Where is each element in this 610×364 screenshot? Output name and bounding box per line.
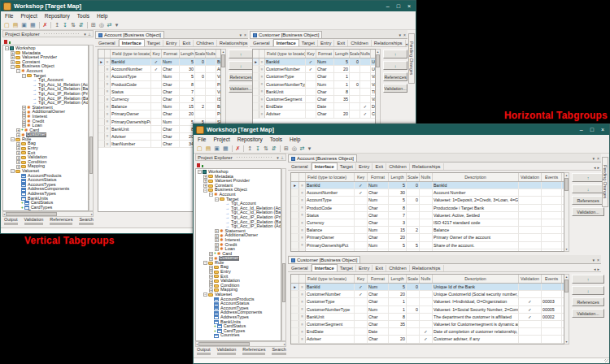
column-header-row-handle[interactable] xyxy=(299,275,306,283)
subtab-exit[interactable]: Exit xyxy=(373,265,386,271)
tree-toggle-icon[interactable]: + xyxy=(16,128,20,132)
column-header-scale-cell[interactable]: Scale xyxy=(350,50,360,58)
column-header-gutter-cell[interactable] xyxy=(291,173,299,181)
table-row[interactable]: ≡CustomerTypeChar1Valueset: I=Individual… xyxy=(253,73,375,80)
open-icon[interactable]: ▤ xyxy=(13,21,19,28)
table-row[interactable]: ≡BalanceNum152Balance xyxy=(98,103,220,110)
tree-horizontal-scrollbar[interactable]: ◂ ▸ xyxy=(2,211,94,217)
tree-toggle-icon[interactable]: + xyxy=(22,106,26,110)
column-header-length-cell[interactable]: Length xyxy=(334,50,350,58)
compare-icon[interactable]: ⇵ xyxy=(272,145,277,152)
validation-button[interactable]: Validation... xyxy=(572,207,604,216)
column-header-scale-cell[interactable]: Scale xyxy=(407,275,420,283)
tree-toggle-icon[interactable]: − xyxy=(215,197,219,202)
table-row[interactable]: ≡PrimaryOwnerChar20Primary Owner of the … xyxy=(98,110,220,118)
check-in-icon[interactable]: ↥ xyxy=(54,21,59,28)
menu-help[interactable]: Help xyxy=(290,136,300,142)
table-row[interactable]: ≡ProductCodeChar8Productcode i Target Ba… xyxy=(291,205,564,212)
column-header-scale-cell[interactable]: Scale xyxy=(195,50,206,58)
menu-tools[interactable]: Tools xyxy=(77,13,89,19)
pending-changes-tab[interactable]: Pending Changes xyxy=(408,33,415,84)
table-row[interactable]: ≡BankUnitChar8The department the custome… xyxy=(253,89,375,96)
pager-left-icon[interactable]: ◂ xyxy=(594,266,596,271)
column-header-gutter-cell[interactable] xyxy=(253,50,259,58)
column-header-format-cell[interactable]: Format xyxy=(368,173,389,181)
titlebar[interactable]: Workshop [Target Map] – □ × xyxy=(1,1,416,11)
table-row[interactable]: ≡AccountTypeNum50Valueset: 1=Deposit, 2=… xyxy=(291,197,564,204)
column-header-nulls-cell[interactable]: Nulls xyxy=(420,275,433,283)
references-button[interactable]: References xyxy=(383,72,407,81)
table-row[interactable]: ▸≡BankId✓Num50Unique Id of the Bank xyxy=(253,58,375,66)
compare-icon[interactable]: ⇵ xyxy=(79,21,84,28)
subtab-interface[interactable]: Interface xyxy=(273,39,299,46)
tree-toggle-icon[interactable]: + xyxy=(215,238,219,242)
save-all-icon[interactable]: ▦ xyxy=(223,145,229,152)
table-row[interactable]: ≡AccountTypeNum50Valueset: 1=Deposit, 2=… xyxy=(98,73,220,80)
column-header-nulls-cell[interactable]: Nulls xyxy=(206,50,216,58)
tree-toggle-icon[interactable]: + xyxy=(16,151,20,155)
panel-menu-icon[interactable]: ▾ xyxy=(84,32,86,37)
column-header-row-handle[interactable] xyxy=(105,50,111,58)
move-down-button[interactable]: ↓ xyxy=(572,184,604,193)
subtab-entry[interactable]: Entry xyxy=(356,163,373,170)
scroll-thumb[interactable] xyxy=(6,212,57,216)
bottom-tab-references[interactable]: References xyxy=(242,347,265,355)
subtab-exit[interactable]: Exit xyxy=(180,40,194,46)
subtab-children[interactable]: Children xyxy=(386,163,410,170)
delete-icon[interactable]: ✗ xyxy=(236,145,241,152)
column-header-description-cell[interactable]: Description xyxy=(433,275,519,283)
tree-toggle-icon[interactable]: + xyxy=(16,142,20,146)
column-header-key-cell[interactable]: Key xyxy=(355,275,368,283)
menu-repository[interactable]: Repository xyxy=(45,13,70,19)
table-row[interactable]: ≡AdviserChar20✓Customer adviser, if any xyxy=(253,110,375,118)
toolbar-options-icon[interactable]: ▾ xyxy=(115,21,119,28)
scroll-thumb[interactable] xyxy=(564,178,569,191)
tree-toggle-icon[interactable]: + xyxy=(215,229,219,233)
move-down-button[interactable]: ↓ xyxy=(572,286,604,295)
subtab-exit[interactable]: Exit xyxy=(334,40,348,46)
tree-toggle-icon[interactable]: + xyxy=(209,275,213,279)
menu-project[interactable]: Project xyxy=(213,136,229,142)
table-row[interactable]: ≡StatusChar7Valueset: Active, Settled xyxy=(98,89,220,96)
table-row[interactable]: ≡CurrencyChar3ISO 4217 standard code xyxy=(98,96,220,103)
subtab-entry[interactable]: Entry xyxy=(356,265,373,271)
tree-toggle-icon[interactable]: + xyxy=(16,160,20,164)
tree-vertical-scrollbar[interactable] xyxy=(89,45,94,211)
pin-icon[interactable]: ⊥ xyxy=(88,32,91,37)
tree-toggle-icon[interactable]: − xyxy=(22,74,26,78)
close-button[interactable]: × xyxy=(407,3,411,9)
get-latest-icon[interactable]: ⇅ xyxy=(264,145,268,152)
menu-repository[interactable]: Repository xyxy=(237,136,263,142)
scroll-thumb[interactable] xyxy=(221,54,225,67)
tree-toggle-icon[interactable]: + xyxy=(203,179,207,183)
column-header-scale-cell[interactable]: Scale xyxy=(407,173,420,181)
account-doc-tab[interactable]: Account [Business Object] xyxy=(288,154,357,162)
table-row[interactable]: ≡PrimaryOwnerChar20Primary Owner of the … xyxy=(291,234,564,241)
column-header-description-cell[interactable]: Description xyxy=(433,173,519,181)
tree-toggle-icon[interactable]: + xyxy=(203,175,207,179)
tree-toggle-icon[interactable]: + xyxy=(22,110,26,115)
tree-toggle-icon[interactable]: + xyxy=(11,60,15,64)
repository-status-icon[interactable] xyxy=(4,40,7,44)
customer-doc-tab[interactable]: Customer [Business Object] xyxy=(288,256,360,263)
column-header-key-cell[interactable]: Key xyxy=(151,50,162,58)
pending-changes-tab[interactable]: Pending Changes xyxy=(602,157,608,207)
tree-toggle-icon[interactable]: + xyxy=(16,146,20,150)
bottom-tab-search[interactable]: Search xyxy=(272,347,285,355)
tree-toggle-icon[interactable]: + xyxy=(16,133,20,137)
subtab-general[interactable]: General xyxy=(289,163,312,170)
scroll-left-icon[interactable]: ◂ xyxy=(196,342,198,346)
tree-toggle-icon[interactable]: − xyxy=(11,169,15,173)
subtab-target[interactable]: Target xyxy=(338,265,356,271)
open-icon[interactable]: ▤ xyxy=(206,145,211,152)
bottom-tab-validation[interactable]: Validation xyxy=(24,217,44,225)
menu-project[interactable]: Project xyxy=(20,13,37,19)
table-row[interactable]: ≡CustomerNumber✓Char20Unique CustomerId … xyxy=(291,291,564,298)
scroll-thumb[interactable] xyxy=(564,280,569,292)
table-row[interactable]: ≡BankUnitChar8✓The Department where the … xyxy=(291,249,564,252)
doc-close-icon[interactable]: × xyxy=(403,32,406,37)
subtab-general[interactable]: General xyxy=(289,265,312,271)
minimize-button[interactable]: – xyxy=(386,3,390,9)
tree-toggle-icon[interactable]: + xyxy=(11,51,15,55)
table-row[interactable]: ≡EndDateDate✓Date of completion of custo… xyxy=(291,328,564,336)
